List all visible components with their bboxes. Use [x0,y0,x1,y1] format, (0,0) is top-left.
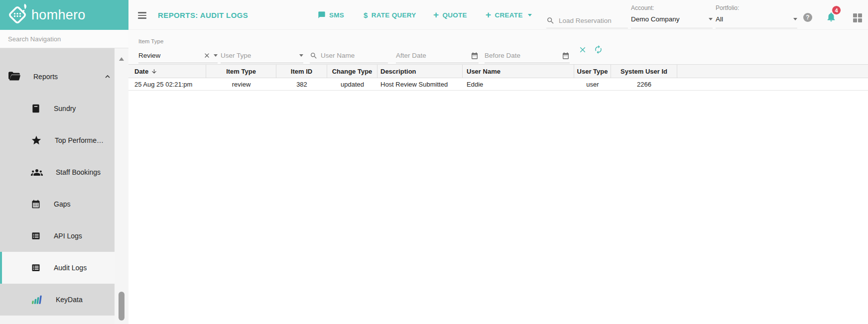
sidebar-item-label: Top Performe… [55,136,104,144]
column-header-item-type[interactable]: Item Type [206,65,276,78]
clear-filters-button[interactable] [578,45,587,54]
brand-logo[interactable]: homhero [0,0,128,30]
audit-logs-table: DateItem TypeItem IDChange TypeDescripti… [128,64,868,91]
user-name-filter-input[interactable]: User Name [310,48,388,63]
chat-bubble-icon [318,11,326,19]
dollar-icon: $ [364,11,368,19]
scrollbar-thumb[interactable] [119,292,124,321]
item-type-filter-select[interactable]: Review [138,48,218,63]
cell-item-id: 382 [276,78,327,90]
menu-hamburger-icon[interactable] [138,12,146,20]
sidebar-partial-item [0,316,115,324]
quote-button-label: QUOTE [442,11,467,19]
sidebar: homhero Search Navigation ReportsSundryT… [0,0,128,324]
before-date-placeholder: Before Date [485,52,559,59]
sidebar-section-label: Reports [33,73,58,81]
refresh-button[interactable] [594,45,603,54]
rate-query-button-label: RATE QUERY [372,11,416,19]
account-select[interactable]: Account: Demo Company [631,4,713,28]
column-header-user-name[interactable]: User Name [463,65,574,78]
search-navigation-input[interactable]: Search Navigation [0,30,128,48]
search-icon [546,16,555,25]
chevron-down-icon [299,54,303,57]
filter-bar: Item Type Review User Type User Name Aft… [128,30,868,64]
load-reservation-placeholder: Load Reservation [559,17,612,24]
item-type-filter-label: Item Type [138,38,163,44]
sidebar-item-label: API Logs [54,232,82,240]
chevron-up-icon[interactable] [104,73,112,81]
chevron-down-icon [214,54,218,57]
table-list-icon [31,231,41,241]
user-name-placeholder: User Name [321,52,388,59]
sidebar-item-staff-bookings[interactable]: Staff Bookings [0,156,115,188]
portfolio-value: All [716,15,723,23]
sidebar-nav: ReportsSundryTop Performe…Staff Bookings… [0,48,115,316]
main-content: REPORTS: AUDIT LOGS SMS $ RATE QUERY + Q… [128,0,868,324]
cell-description: Host Review Submitted [377,78,463,90]
after-date-filter-input[interactable]: After Date [396,48,479,63]
homhero-logo-icon [6,3,29,27]
sidebar-item-sundry[interactable]: Sundry [0,93,115,124]
cell-item-type: review [206,78,276,90]
sms-button[interactable]: SMS [318,0,344,30]
sidebar-item-label: Audit Logs [54,264,87,272]
load-reservation-input[interactable]: Load Reservation [546,13,628,28]
sidebar-item-keydata[interactable]: KeyData [0,284,115,316]
calendar-icon [31,199,41,209]
notification-count-badge[interactable]: 4 [832,5,841,15]
brand-name: homhero [31,7,86,23]
column-header-filler [677,65,868,78]
clear-item-type-icon[interactable] [203,52,211,59]
column-header-user-type[interactable]: User Type [574,65,611,78]
account-label: Account: [631,4,713,11]
rate-query-button[interactable]: $ RATE QUERY [364,0,416,30]
sidebar-item-audit-logs[interactable]: Audit Logs [0,252,115,284]
item-type-filter-value: Review [138,52,200,59]
scrollbar-up-arrow-icon[interactable] [119,57,124,61]
column-header-item-id[interactable]: Item ID [276,65,327,78]
chevron-down-icon [528,14,532,16]
user-type-filter-select[interactable]: User Type [221,48,303,63]
column-header-change-type[interactable]: Change Type [327,65,377,78]
calendar-icon[interactable] [562,52,570,60]
quote-button[interactable]: + QUOTE [433,0,467,30]
apps-grid-icon[interactable] [853,13,863,23]
table-row[interactable]: 25 Aug 25 02:21:pmreview382updatedHost R… [128,78,868,91]
before-date-filter-input[interactable]: Before Date [485,48,570,63]
column-header-description[interactable]: Description [377,65,463,78]
sidebar-item-label: Sundry [54,105,76,112]
help-icon[interactable]: ? [803,13,812,22]
sidebar-scrollbar[interactable] [115,48,128,324]
cell-system-user-id: 2266 [611,78,677,90]
user-type-placeholder: User Type [221,52,296,59]
page-title: REPORTS: AUDIT LOGS [158,11,248,19]
chevron-down-icon [709,18,713,20]
sidebar-section-reports[interactable]: Reports [0,61,115,93]
sidebar-item-top-performe[interactable]: Top Performe… [0,124,115,156]
column-header-date[interactable]: Date [128,65,206,78]
cell-change-type: updated [327,78,377,90]
sidebar-item-api-logs[interactable]: API Logs [0,220,115,252]
account-value: Demo Company [631,15,680,23]
search-navigation-placeholder: Search Navigation [8,35,61,43]
sidebar-item-label: Staff Bookings [56,168,101,176]
sms-button-label: SMS [329,11,344,19]
cell-user-name: Eddie [463,78,574,90]
plus-icon: + [433,10,439,19]
book-icon [31,104,41,113]
after-date-placeholder: After Date [396,52,468,59]
calendar-icon[interactable] [471,52,479,60]
sidebar-item-gaps[interactable]: Gaps [0,188,115,220]
table-list-icon [31,263,41,273]
bar-chart-icon [31,294,43,305]
column-header-system-user-id[interactable]: System User Id [611,65,677,78]
sidebar-item-label: KeyData [56,296,83,304]
create-button[interactable]: + CREATE [486,0,532,30]
cell-user-type: user [574,78,611,90]
star-icon [31,135,42,146]
people-icon [31,167,43,177]
table-header-row: DateItem TypeItem IDChange TypeDescripti… [128,64,868,78]
search-icon [310,52,318,60]
topbar: REPORTS: AUDIT LOGS SMS $ RATE QUERY + Q… [128,0,868,30]
portfolio-select[interactable]: Portfolio: All [716,4,797,28]
